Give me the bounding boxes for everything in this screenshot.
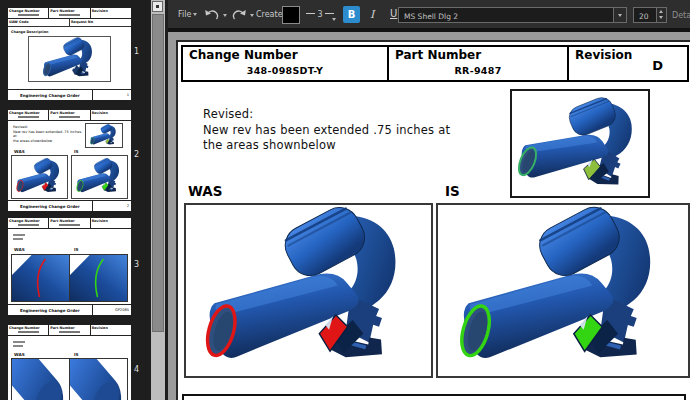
thumb3-part-label: Part Number (50, 219, 88, 223)
is-image-box (436, 203, 690, 378)
redo-caret-icon[interactable] (250, 14, 254, 17)
thumb1-part-image (29, 37, 110, 81)
italic-button[interactable]: I (370, 8, 374, 21)
font-size-value: 20 (639, 12, 649, 21)
bold-button[interactable]: B (343, 6, 360, 23)
document-area: Change Number 348-098SDT-Y Part Number R… (168, 32, 690, 400)
change-number-cell: Change Number 348-098SDT-Y (183, 47, 389, 80)
was-image-box (184, 203, 433, 378)
thumbnail-page-1[interactable]: Change Number Part Number Revision UAW C… (8, 8, 131, 100)
thumb1-change-cell: Change Number (8, 8, 49, 18)
thumb2-is-box (71, 155, 128, 199)
file-menu[interactable]: File (178, 10, 197, 19)
thumb4-change-value-bar (18, 331, 39, 333)
line-width-control[interactable]: 3 (306, 10, 334, 19)
thumb1-request-cell: Request No (70, 19, 131, 26)
was-label: WAS (188, 183, 222, 199)
file-caret-icon (193, 13, 197, 16)
page-number-2: 2 (134, 150, 139, 159)
thumb3-footer-value: GP2085 (92, 305, 131, 315)
thumbnail-page-2[interactable]: Change Number Part Number Revision Revis… (8, 110, 131, 211)
thumb3-is-panel (70, 255, 127, 301)
thumb4-image-strip (11, 358, 128, 400)
thumb4-change-cell: Change Number (8, 325, 49, 335)
thumb3-revision-label: Revision (92, 219, 130, 223)
thumb4-was-panel (12, 359, 70, 400)
redo-icon[interactable] (232, 9, 247, 21)
thumb1-uaw-cell: UAW Code (8, 19, 70, 26)
revised-line-3: the areas shownbelow (203, 138, 450, 154)
thumb2-is-image (72, 156, 127, 198)
change-number-label: Change Number (189, 48, 387, 62)
thumb2-part-cell: Part Number (49, 110, 90, 120)
thumb3-was-label: WAS (14, 247, 25, 252)
page-number-1: 1 (134, 47, 139, 56)
thumb4-was-label: WAS (14, 352, 25, 357)
thumb4-text-bar-2 (13, 345, 23, 347)
thumb2-part-label: Part Number (50, 111, 88, 115)
thumb4-revision-label: Revision (92, 326, 130, 330)
thumb4-part-value-bar (59, 331, 80, 333)
thumb2-revised-line3: the areas shownbelow (13, 139, 83, 144)
underline-button[interactable]: U (390, 8, 397, 19)
thumb3-is-label: IS (74, 247, 79, 252)
thumb2-part-value-bar (59, 116, 80, 118)
thumb1-footer: Engineering Change Order 1 (8, 89, 131, 100)
thumb1-part-cell: Part Number (49, 8, 90, 18)
scrollbar-up-button[interactable] (152, 1, 163, 12)
thumb1-footer-value: 1 (92, 90, 131, 100)
thumb2-change-value-bar (18, 116, 39, 118)
thumb1-revision-label: Revision (92, 9, 130, 13)
color-swatch[interactable] (282, 6, 300, 24)
scrollbar-thumb[interactable] (152, 14, 164, 332)
thumb1-change-value-bar (18, 14, 39, 16)
thumb1-row2: UAW Code Request No (8, 19, 131, 27)
thumb3-text-bar-2 (13, 238, 23, 240)
document-page: Change Number 348-098SDT-Y Part Number R… (176, 40, 690, 400)
thumb3-revision-cell: Revision (91, 218, 131, 228)
thumb2-change-label: Change Number (9, 111, 47, 115)
thumb4-text-bar-1 (13, 341, 25, 343)
sidebar-scrollbar[interactable] (151, 0, 165, 400)
thumbnail-page-3[interactable]: Change Number Part Number Revision WAS I… (8, 218, 131, 315)
undo-icon[interactable] (204, 9, 219, 21)
was-part-image (186, 205, 431, 376)
font-dropdown-button[interactable] (613, 8, 626, 22)
thumb1-part-label: Part Number (50, 9, 88, 13)
thumb1-change-label: Change Number (9, 9, 47, 13)
thumbnail-page-4[interactable]: Change Number Part Number Revision WAS I… (8, 325, 131, 400)
thumb2-was-label: WAS (14, 149, 25, 154)
revision-cell: Revision D (569, 47, 687, 80)
thumb1-part-image-box (28, 36, 111, 82)
thumb4-change-label: Change Number (9, 326, 47, 330)
thumb2-footer-value: 2 (92, 201, 131, 211)
font-size-spinner[interactable]: 20 (633, 7, 667, 23)
undo-caret-icon[interactable] (223, 14, 227, 17)
thumb2-revised-line2: New rev has been extended .75 inches at (13, 130, 83, 139)
main-area: File Create 3 B I U MS Shell Dlg 2 20 De… (168, 0, 690, 400)
font-combobox[interactable]: MS Shell Dlg 2 (398, 7, 627, 23)
thumb4-header: Change Number Part Number Revision (8, 325, 131, 336)
thumb3-part-cell: Part Number (49, 218, 90, 228)
thumb3-was-panel (12, 255, 70, 301)
revision-value: D (652, 58, 663, 73)
detail-label[interactable]: Details (672, 11, 690, 20)
thumb2-is-label: IS (74, 149, 79, 154)
page-number-4: 4 (134, 365, 139, 374)
revised-line-1: Revised: (203, 107, 450, 123)
thumb3-footer-label: Engineering Change Order (8, 305, 92, 315)
line-width-caret-icon[interactable] (332, 18, 336, 21)
thumb2-was-image (12, 156, 67, 198)
thumb3-change-cell: Change Number (8, 218, 49, 228)
thumb2-revised-text: Revised: New rev has been extended .75 i… (13, 125, 83, 143)
thumb2-footer: Engineering Change Order 2 (8, 200, 131, 211)
thumb1-revision-cell: Revision (91, 8, 131, 18)
thumb3-image-strip (11, 254, 128, 302)
change-number-value: 348-098SDT-Y (183, 65, 387, 76)
document-header-table: Change Number 348-098SDT-Y Part Number R… (181, 45, 689, 82)
spinner-buttons[interactable] (656, 8, 666, 22)
thumb4-part-cell: Part Number (49, 325, 90, 335)
thumb3-change-value-bar (18, 224, 39, 226)
overview-part-image (510, 89, 650, 198)
thumb3-text-bar-1 (13, 234, 25, 236)
